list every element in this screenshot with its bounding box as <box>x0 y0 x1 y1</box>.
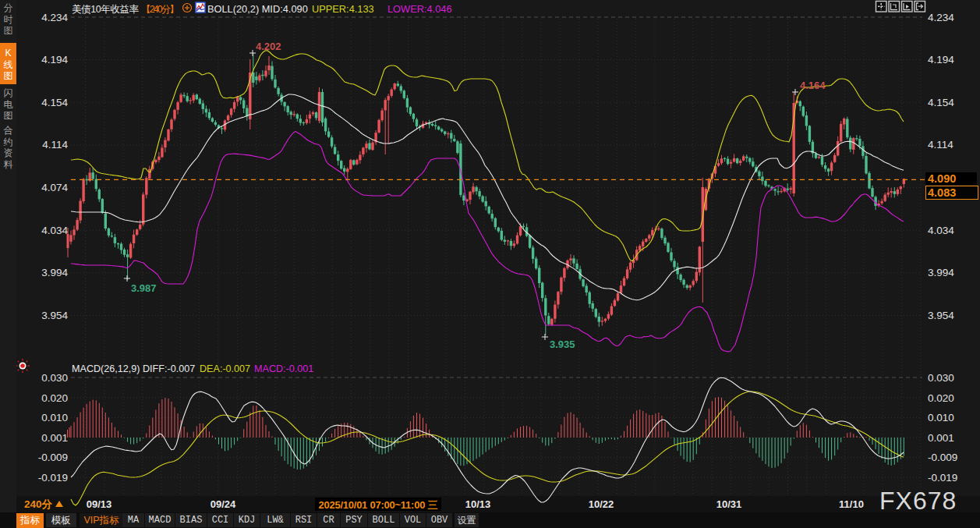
svg-text:0.020: 0.020 <box>41 392 68 404</box>
svg-text:UPPER:4.133: UPPER:4.133 <box>312 3 374 15</box>
svg-text:4.090: 4.090 <box>928 172 956 185</box>
svg-text:4.114: 4.114 <box>42 139 68 151</box>
svg-text:3.987: 3.987 <box>131 282 157 294</box>
svg-text:4.194: 4.194 <box>928 54 954 66</box>
svg-text:4.234: 4.234 <box>928 12 954 23</box>
svg-text:MACD(26,12,9) DIFF:-0.007: MACD(26,12,9) DIFF:-0.007 <box>72 363 195 374</box>
svg-text:4.154: 4.154 <box>41 97 68 108</box>
svg-text:0.001: 0.001 <box>41 432 68 444</box>
svg-text:09/13: 09/13 <box>87 498 112 510</box>
svg-text:2025/10/01 07:00~11:00 三: 2025/10/01 07:00~11:00 三 <box>319 499 438 511</box>
svg-text:4.234: 4.234 <box>41 12 68 23</box>
svg-text:4.202: 4.202 <box>256 41 281 52</box>
svg-text:3.954: 3.954 <box>928 310 954 321</box>
svg-text:4.034: 4.034 <box>41 225 68 236</box>
svg-text:09/24: 09/24 <box>211 498 236 510</box>
svg-text:【240分】: 【240分】 <box>141 4 179 15</box>
svg-text:240分: 240分 <box>24 498 53 510</box>
svg-text:10/13: 10/13 <box>465 498 491 510</box>
svg-text:-0.009: -0.009 <box>928 452 957 463</box>
svg-text:0.010: 0.010 <box>41 412 68 423</box>
svg-text:4.074: 4.074 <box>41 182 68 193</box>
svg-text:10/22: 10/22 <box>589 498 614 510</box>
svg-text:4.034: 4.034 <box>928 225 954 236</box>
svg-text:DEA:-0.007: DEA:-0.007 <box>200 363 250 374</box>
svg-text:0.010: 0.010 <box>928 412 954 423</box>
svg-text:LOWER:4.046: LOWER:4.046 <box>387 3 452 15</box>
svg-text:-0.019: -0.019 <box>38 472 68 484</box>
svg-text:4.164: 4.164 <box>800 80 826 91</box>
svg-text:4.083: 4.083 <box>928 186 956 199</box>
svg-text:MACD:-0.001: MACD:-0.001 <box>254 363 313 374</box>
svg-text:美债10年收益率: 美债10年收益率 <box>72 4 140 15</box>
svg-text:3.935: 3.935 <box>550 338 575 350</box>
svg-text:3.994: 3.994 <box>928 267 954 278</box>
svg-text:3.954: 3.954 <box>41 310 68 321</box>
svg-text:0.030: 0.030 <box>928 372 954 384</box>
svg-text:3.994: 3.994 <box>41 267 68 278</box>
svg-text:BOLL(20,2) MID:4.090: BOLL(20,2) MID:4.090 <box>207 3 308 15</box>
svg-text:-0.019: -0.019 <box>928 472 957 484</box>
svg-text:0.001: 0.001 <box>928 432 954 444</box>
svg-text:0.020: 0.020 <box>928 392 954 404</box>
svg-text:0.030: 0.030 <box>41 372 68 384</box>
svg-text:10/31: 10/31 <box>716 498 742 510</box>
svg-text:-0.009: -0.009 <box>38 452 68 463</box>
svg-text:4.194: 4.194 <box>41 54 68 66</box>
svg-text:11/10: 11/10 <box>839 498 864 510</box>
svg-text:4.114: 4.114 <box>928 139 953 151</box>
svg-text:4.154: 4.154 <box>928 97 954 108</box>
